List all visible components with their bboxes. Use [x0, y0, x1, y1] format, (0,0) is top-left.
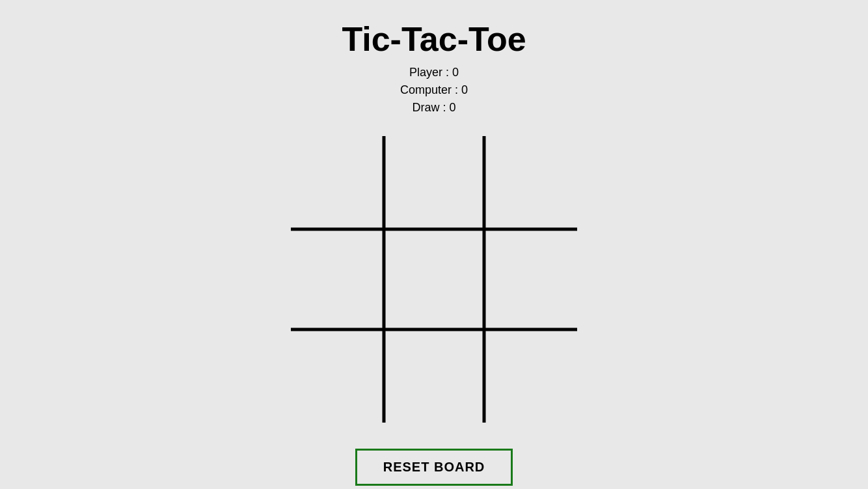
cell-4[interactable]	[384, 229, 483, 329]
game-board	[284, 130, 584, 429]
cell-1[interactable]	[384, 130, 483, 229]
game-title: Tic-Tac-Toe	[342, 20, 526, 59]
cell-8[interactable]	[484, 329, 584, 429]
cell-0[interactable]	[284, 130, 384, 229]
scoreboard: Player : 0 Computer : 0 Draw : 0	[400, 64, 468, 117]
app-container: Tic-Tac-Toe Player : 0 Computer : 0 Draw…	[0, 0, 868, 486]
cell-3[interactable]	[284, 229, 384, 329]
reset-board-button[interactable]: RESET BOARD	[355, 449, 513, 486]
draw-score: Draw : 0	[412, 99, 455, 117]
cells-grid	[284, 130, 584, 429]
player-score: Player : 0	[409, 64, 459, 81]
cell-7[interactable]	[384, 329, 483, 429]
cell-6[interactable]	[284, 329, 384, 429]
cell-2[interactable]	[484, 130, 584, 229]
cell-5[interactable]	[484, 229, 584, 329]
computer-score: Computer : 0	[400, 81, 468, 99]
